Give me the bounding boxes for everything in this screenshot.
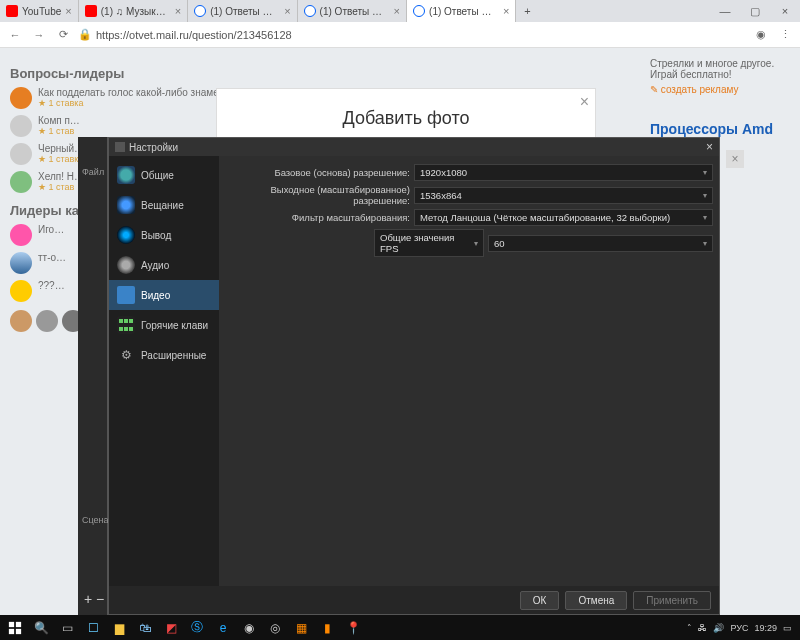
file-menu[interactable]: Файл: [82, 167, 104, 177]
tab-youtube[interactable]: YouTube×: [0, 0, 79, 22]
keyboard-icon: [117, 316, 135, 334]
close-button[interactable]: ×: [770, 0, 800, 22]
back-button[interactable]: ←: [6, 26, 24, 44]
add-scene-button[interactable]: + −: [84, 591, 104, 607]
youtube-icon: [85, 5, 97, 17]
menu-icon[interactable]: ⋮: [776, 26, 794, 44]
fps-type-select[interactable]: Общие значения FPS▾: [374, 229, 484, 257]
close-icon[interactable]: ×: [503, 5, 509, 17]
chrome-icon[interactable]: ◉: [236, 615, 262, 640]
taskbar-app[interactable]: ▮: [314, 615, 340, 640]
store-icon[interactable]: 🛍: [132, 615, 158, 640]
maximize-button[interactable]: ▢: [740, 0, 770, 22]
downscale-filter-select[interactable]: Метод Ланцоша (Чёткое масштабирование, 3…: [414, 209, 713, 226]
close-icon[interactable]: ×: [726, 150, 744, 168]
svg-rect-2: [9, 628, 14, 633]
sidebar-item-output[interactable]: Вывод: [109, 220, 219, 250]
clock[interactable]: 19:29: [754, 623, 777, 633]
taskbar-app[interactable]: ◩: [158, 615, 184, 640]
audio-icon: [117, 256, 135, 274]
avatar: [10, 252, 32, 274]
lock-icon: 🔒: [78, 28, 92, 41]
tab-mail-1[interactable]: (1) Ответы Mail.Ru: ответ×: [188, 0, 297, 22]
system-tray[interactable]: ˄ 🖧 🔊 РУС 19:29 ▭: [687, 623, 798, 633]
skype-icon[interactable]: Ⓢ: [184, 615, 210, 640]
profile-icon[interactable]: ◉: [752, 26, 770, 44]
task-view-icon[interactable]: ▭: [54, 615, 80, 640]
youtube-icon: [6, 5, 18, 17]
svg-rect-3: [16, 628, 21, 633]
obs-main-window-edge: Файл Сцена + −: [78, 137, 108, 615]
settings-sidebar: Общие Вещание Вывод Аудио Видео Горячие …: [109, 156, 219, 586]
monitor-icon: [117, 286, 135, 304]
sidebar-item-general[interactable]: Общие: [109, 160, 219, 190]
base-resolution-label: Базовое (основа) разрешение:: [225, 167, 410, 178]
tab-music[interactable]: (1) ♫ Музыка для Стрим…×: [79, 0, 188, 22]
close-icon[interactable]: ×: [394, 5, 400, 17]
cancel-button[interactable]: Отмена: [565, 591, 627, 610]
taskbar-app[interactable]: ☐: [80, 615, 106, 640]
base-resolution-select[interactable]: 1920x1080▾: [414, 164, 713, 181]
browser-tabs: YouTube× (1) ♫ Музыка для Стрим…× (1) От…: [0, 0, 800, 22]
start-button[interactable]: [2, 615, 28, 640]
output-resolution-label: Выходное (масштабированное) разрешение:: [225, 184, 410, 206]
new-tab-button[interactable]: +: [516, 0, 538, 22]
sidebar-item-advanced[interactable]: ⚙Расширенные: [109, 340, 219, 370]
output-resolution-select[interactable]: 1536x864▾: [414, 187, 713, 204]
taskbar-app[interactable]: 📍: [340, 615, 366, 640]
sidebar-item-audio[interactable]: Аудио: [109, 250, 219, 280]
avatar: [10, 171, 32, 193]
close-icon[interactable]: ×: [175, 5, 181, 17]
avatar: [10, 143, 32, 165]
language-indicator[interactable]: РУС: [730, 623, 748, 633]
forward-button[interactable]: →: [30, 26, 48, 44]
mailru-icon: [413, 5, 425, 17]
search-icon[interactable]: 🔍: [28, 615, 54, 640]
reload-button[interactable]: ⟳: [54, 26, 72, 44]
gear-icon: ⚙: [117, 346, 135, 364]
volume-icon[interactable]: 🔊: [713, 623, 724, 633]
tab-mail-2[interactable]: (1) Ответы Mail.Ru: настро×: [298, 0, 407, 22]
notifications-icon[interactable]: ▭: [783, 623, 792, 633]
tray-chevron-icon[interactable]: ˄: [687, 623, 692, 633]
close-icon[interactable]: ×: [65, 5, 71, 17]
taskbar[interactable]: 🔍 ▭ ☐ ▆ 🛍 ◩ Ⓢ e ◉ ◎ ▦ ▮ 📍 ˄ 🖧 🔊 РУС 19:2…: [0, 615, 800, 640]
chevron-down-icon: ▾: [703, 239, 707, 248]
sidebar-item-hotkeys[interactable]: Горячие клави: [109, 310, 219, 340]
tab-mail-3[interactable]: (1) Ответы Mail.Ru: настро×: [407, 0, 516, 22]
dialog-footer: ОК Отмена Применить: [109, 586, 719, 614]
scenes-label: Сцена: [82, 515, 109, 525]
obs-icon[interactable]: ◎: [262, 615, 288, 640]
window-titlebar[interactable]: Настройки ×: [109, 138, 719, 156]
sidebar-item-video[interactable]: Видео: [109, 280, 219, 310]
sidebar-item-stream[interactable]: Вещание: [109, 190, 219, 220]
edge-icon[interactable]: e: [210, 615, 236, 640]
obs-settings-window: Настройки × Общие Вещание Вывод Аудио Ви…: [108, 137, 720, 615]
window-buttons: — ▢ ×: [710, 0, 800, 22]
avatar: [10, 115, 32, 137]
close-icon[interactable]: ×: [580, 93, 589, 111]
mailru-icon: [194, 5, 206, 17]
url-field[interactable]: 🔒https://otvet.mail.ru/question/21345612…: [78, 28, 746, 41]
globe-icon: [117, 166, 135, 184]
address-bar: ← → ⟳ 🔒https://otvet.mail.ru/question/21…: [0, 22, 800, 48]
avatar: [10, 87, 32, 109]
avatar: [10, 280, 32, 302]
chevron-down-icon: ▾: [703, 168, 707, 177]
output-icon: [117, 226, 135, 244]
sidebar-ad: Стреялки и многое другое. Играй бесплатн…: [650, 58, 790, 137]
stream-icon: [117, 196, 135, 214]
minimize-button[interactable]: —: [710, 0, 740, 22]
chevron-down-icon: ▾: [703, 191, 707, 200]
modal-title: Добавить фото: [342, 108, 469, 129]
close-icon[interactable]: ×: [284, 5, 290, 17]
mailru-icon: [304, 5, 316, 17]
explorer-icon[interactable]: ▆: [106, 615, 132, 640]
fps-value-select[interactable]: 60▾: [488, 235, 713, 252]
close-icon[interactable]: ×: [706, 140, 713, 154]
ok-button[interactable]: ОК: [520, 591, 560, 610]
apply-button[interactable]: Применить: [633, 591, 711, 610]
taskbar-app[interactable]: ▦: [288, 615, 314, 640]
chevron-down-icon: ▾: [474, 239, 478, 248]
network-icon[interactable]: 🖧: [698, 623, 707, 633]
